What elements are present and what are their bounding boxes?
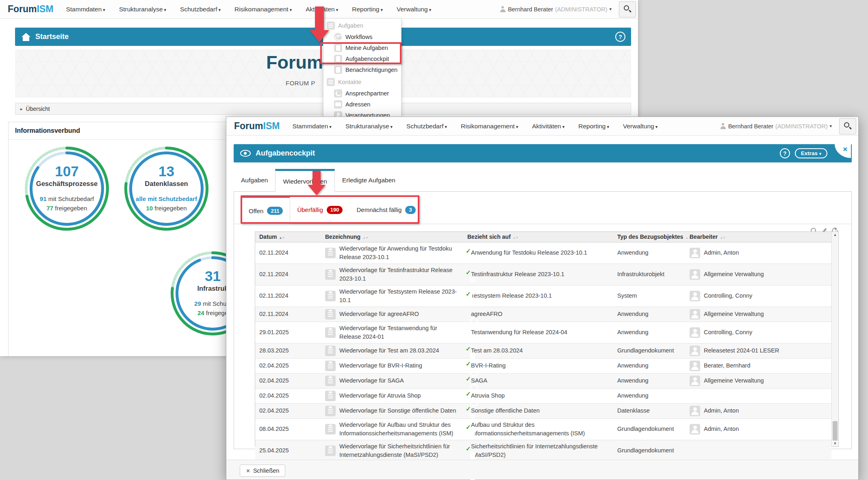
- cell-bezieht-sich-auf[interactable]: ✓Testsystem Release 2023-10.1: [463, 285, 613, 307]
- chevron-down-icon: ▾: [290, 7, 292, 12]
- nav-item-schutzbedarf[interactable]: Schutzbedarf▾: [173, 6, 228, 13]
- table-row[interactable]: 02.11.2024Wiedervorlage für Anwendung fü…: [255, 242, 831, 264]
- cell-bezieht-sich-auf[interactable]: ✓Sonstige öffentliche Daten: [463, 403, 613, 418]
- nav-item-strukturanalyse[interactable]: Strukturanalyse▾: [339, 123, 399, 130]
- help-button[interactable]: ?: [615, 32, 625, 42]
- nav-item-strukturanalyse[interactable]: Strukturanalyse▾: [112, 6, 173, 13]
- nav-item-aktivitäten[interactable]: Aktivitäten▾: [525, 123, 571, 130]
- nav-item-risikomanagement[interactable]: Risikomanagement▾: [454, 123, 525, 130]
- cell-bezieht-sich-auf[interactable]: ✓Sicherheitsrichtlinien für Internetzahl…: [463, 440, 613, 461]
- cell-typ: System: [613, 285, 686, 307]
- home-icon: [22, 33, 30, 41]
- table-row[interactable]: 02.04.2025Wiedervorlage für BVR-I-Rating…: [255, 358, 831, 373]
- table-row[interactable]: 02.04.2025Wiedervorlage für SAGA✓SAGAAnw…: [255, 373, 831, 388]
- cell-bezieht-sich-auf[interactable]: agreeAFRO: [463, 307, 613, 322]
- check-icon: ✓: [466, 389, 471, 398]
- column-header-typ-des-bezugsobjektes[interactable]: Typ des Bezugsobjektes▲▼: [613, 232, 686, 242]
- scroll-up-icon[interactable]: ▲: [832, 233, 838, 237]
- cell-bezeichnung[interactable]: Wiedervorlage für Aufbau und Struktur de…: [321, 418, 463, 440]
- search-button[interactable]: [619, 1, 636, 17]
- nav-item-schutzbedarf[interactable]: Schutzbedarf▾: [399, 123, 454, 130]
- nav-item-stammdaten[interactable]: Stammdaten▾: [285, 123, 338, 130]
- cell-bezeichnung[interactable]: Wiedervorlage für Atruvia Shop: [321, 388, 463, 403]
- app-logo[interactable]: ForumISM: [234, 121, 280, 132]
- table-row[interactable]: 02.11.2024Wiedervorlage für Testinfrastr…: [255, 264, 831, 285]
- help-button[interactable]: ?: [780, 148, 790, 158]
- scroll-down-icon[interactable]: ▼: [832, 441, 838, 445]
- nav-item-verwaltung[interactable]: Verwaltung▾: [616, 123, 664, 130]
- scrollbar-thumb[interactable]: [833, 421, 838, 441]
- table-row[interactable]: 02.11.2024Wiedervorlage für agreeAFROagr…: [255, 307, 831, 322]
- cell-bezeichnung[interactable]: Wiedervorlage für Sicherheitsrichtlinien…: [321, 440, 463, 461]
- cell-bezieht-sich-auf[interactable]: ✓SAGA: [463, 373, 613, 388]
- task-icon: [325, 391, 336, 401]
- avatar-icon: [690, 309, 700, 320]
- cell-bezeichnung[interactable]: Wiedervorlage für BVR-I-Rating: [321, 358, 463, 373]
- menu-item-adressen[interactable]: Adressen: [323, 99, 401, 110]
- cell-bezeichnung[interactable]: Wiedervorlage für agreeAFRO: [321, 307, 463, 322]
- extras-button[interactable]: Extras▾: [795, 148, 827, 158]
- nav-item-reporting[interactable]: Reporting▾: [571, 123, 616, 130]
- cell-bezeichnung[interactable]: Wiedervorlage für Test am 28.03.2024: [321, 343, 463, 358]
- user-menu[interactable]: Bernhard Berater (ADMINISTRATOR) ▾: [500, 6, 612, 13]
- menu-item-benachrichtigungen[interactable]: Benachrichtigungen: [323, 64, 401, 75]
- nav-item-aktivitäten[interactable]: Aktivitäten▾: [299, 6, 345, 13]
- tab-erledigte-aufgaben[interactable]: Erledigte Aufgaben: [335, 169, 403, 191]
- cell-bezieht-sich-auf[interactable]: ✓Anwendung für Testdoku Release 2023-10.…: [463, 242, 613, 264]
- menu-item-aufgabencockpit[interactable]: Aufgabencockpit: [323, 53, 401, 64]
- phone-icon: [334, 89, 342, 97]
- user-menu[interactable]: Bernhard Berater (ADMINISTRATOR) ▾: [720, 123, 832, 130]
- table-row[interactable]: 29.01.2025Wiedervorlage für Testanwendun…: [255, 322, 831, 343]
- cell-bezieht-sich-auf[interactable]: ✓Testinfrastruktur Release 2023-10.1: [463, 264, 613, 285]
- table-row[interactable]: 02.04.2025Wiedervorlage für Atruvia Shop…: [255, 388, 831, 403]
- avatar-icon: [690, 346, 700, 356]
- nav-item-verwaltung[interactable]: Verwaltung▾: [390, 6, 438, 13]
- column-header-bearbeiter[interactable]: Bearbeiter▲▼: [686, 232, 831, 242]
- nav-item-reporting[interactable]: Reporting▾: [345, 6, 390, 13]
- donut-value: 107: [55, 164, 78, 179]
- menu-item-workflows[interactable]: Workflows: [323, 31, 401, 42]
- donut-value: 31: [205, 269, 221, 284]
- search-button[interactable]: [839, 118, 856, 134]
- cell-typ: Grundlagendokument: [613, 343, 686, 358]
- cell-bezeichnung[interactable]: Wiedervorlage für Sonstige öffentliche D…: [321, 403, 463, 418]
- schliessen-button[interactable]: ✕ Schließen: [240, 465, 285, 477]
- subtab-offen[interactable]: Offen211: [241, 196, 290, 224]
- cell-bezeichnung[interactable]: Wiedervorlage für Testsystem Release 202…: [321, 285, 463, 307]
- cell-bezeichnung[interactable]: Wiedervorlage für Testanwendung für Rele…: [321, 322, 463, 343]
- subtab-demnächst-fällig[interactable]: Demnächst fällig3: [349, 196, 422, 224]
- cell-bezeichnung[interactable]: Wiedervorlage für Anwendung für Testdoku…: [321, 242, 463, 264]
- avatar-icon: [690, 291, 700, 301]
- cell-bezieht-sich-auf[interactable]: ✓Aufbau und Struktur des Informationssic…: [463, 418, 613, 440]
- task-icon: [325, 361, 336, 371]
- cell-bezeichnung[interactable]: Wiedervorlage für Testinfrastruktur Rele…: [321, 264, 463, 285]
- subtab-überfällig[interactable]: Überfällig190: [290, 196, 349, 224]
- nav-item-stammdaten[interactable]: Stammdaten▾: [59, 6, 112, 13]
- column-header-bezeichnung[interactable]: Bezeichnung▲▼: [321, 232, 463, 242]
- cell-bezeichnung[interactable]: Wiedervorlage für SAGA: [321, 373, 463, 388]
- cell-bezieht-sich-auf[interactable]: ✓Test am 28.03.2024: [463, 343, 613, 358]
- table-row[interactable]: 08.04.2025Wiedervorlage für Aufbau und S…: [255, 418, 831, 440]
- cell-typ: Anwendung: [613, 307, 686, 322]
- menu-item-meine-aufgaben[interactable]: Meine Aufgaben: [323, 42, 401, 53]
- chevron-down-icon: ▾: [829, 123, 832, 129]
- column-header-bezieht-sich-auf[interactable]: Bezieht sich auf▲▼: [463, 232, 613, 242]
- eye-icon: [334, 33, 342, 41]
- cell-bezieht-sich-auf[interactable]: ✓BVR-I-Rating: [463, 358, 613, 373]
- cell-bezieht-sich-auf[interactable]: Testanwendung für Release 2024-04: [463, 322, 613, 343]
- menu-item-ansprechpartner[interactable]: Ansprechpartner: [323, 88, 401, 99]
- page-header-aufgabencockpit: Aufgabencockpit ? Extras▾: [234, 144, 852, 162]
- table-row[interactable]: 25.04.2025Wiedervorlage für Sicherheitsr…: [255, 440, 831, 461]
- table-row[interactable]: 28.03.2025Wiedervorlage für Test am 28.0…: [255, 343, 831, 358]
- column-header-datum[interactable]: Datum▲▼: [255, 232, 321, 242]
- cell-datum: 29.01.2025: [255, 322, 321, 343]
- app-logo[interactable]: ForumISM: [8, 4, 53, 15]
- tab-wiedervorlagen[interactable]: Wiedervorlagen: [275, 169, 335, 192]
- table-row[interactable]: 02.04.2025Wiedervorlage für Sonstige öff…: [255, 403, 831, 418]
- table-row[interactable]: 02.11.2024Wiedervorlage für Testsystem R…: [255, 285, 831, 307]
- nav-item-risikomanagement[interactable]: Risikomanagement▾: [228, 6, 299, 13]
- tab-aufgaben[interactable]: Aufgaben: [234, 169, 275, 191]
- list-icon: [327, 78, 335, 86]
- table-scrollbar[interactable]: ▲ ▼: [831, 232, 838, 446]
- cell-bezieht-sich-auf[interactable]: ✓Atruvia Shop: [463, 388, 613, 403]
